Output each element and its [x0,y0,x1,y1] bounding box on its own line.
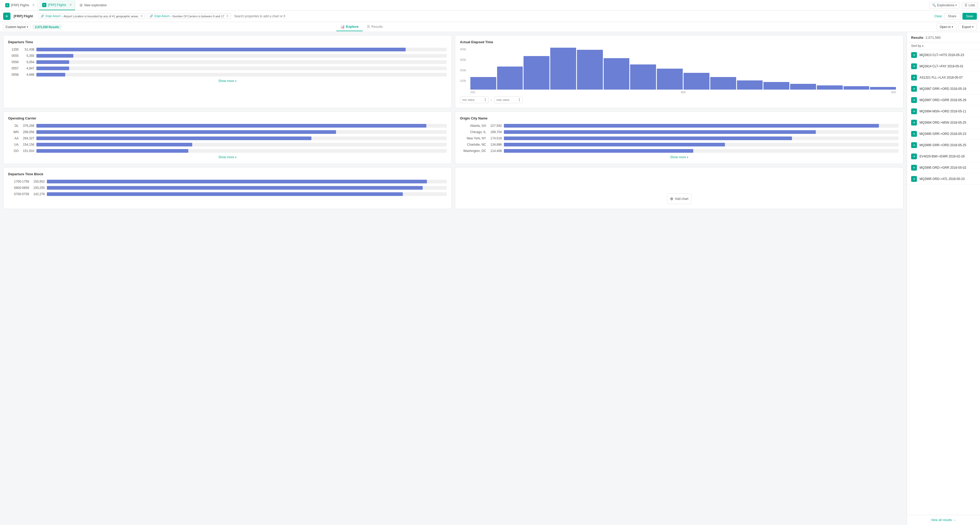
carrier-show-more[interactable]: Show more ▾ [8,155,447,159]
export-button[interactable]: Export ▾ [959,24,977,30]
bar-label: AA [8,137,19,140]
results-tab[interactable]: ☰ Results [363,22,387,31]
bar-fill [37,130,336,134]
histogram-bar [817,85,843,90]
layout-button[interactable]: Custom layout ▾ [3,24,30,30]
result-text: EV4029 BWI->EWR 2018-02-26 [920,154,964,158]
bar-value: 142,276 [31,192,45,196]
toolbar: Custom layout ▾ 2,071,560 Results 📊 Expl… [0,22,980,32]
bar-row: Charlotte, NC 134,896 [460,143,899,146]
result-item[interactable]: ✈ MQ3995 GRR->ORD 2018-05-25 [907,140,980,151]
tab-frp-flights-2[interactable]: ✈ [FRP] Flights ✕ [39,0,75,10]
y-axis-label: 200k [460,68,466,72]
min-range-input[interactable]: ▲ ▼ [460,96,489,103]
flights-icon-2: ✈ [42,3,46,7]
y-axis-label: 400k [460,48,466,51]
bar-row: Atlanta, GA 227,592 [460,124,899,127]
result-item[interactable]: ✈ MQ3995 ORD->GRR 2018-05-02 [907,162,980,173]
origin-city-card: Origin City Name Atlanta, GA 227,592 Chi… [455,111,904,164]
departure-show-more[interactable]: Show more ▾ [8,79,447,83]
tab-new-exploration[interactable]: ⊕ New exploration [76,3,110,8]
clear-button[interactable]: Clear [934,14,942,18]
bar-fill [37,48,406,51]
filter-pill-2[interactable]: 🔗 Origin Airport › Number Of Carriers is… [147,13,231,19]
bar-fill [504,130,816,134]
bar-value: 376,268 [21,124,34,127]
bar-value: 151,910 [21,149,34,153]
filter-pill-1[interactable]: 🔗 Origin Airport › Airport Location is b… [38,13,145,19]
min-spin-down[interactable]: ▼ [484,100,486,102]
result-item[interactable]: ✈ MQ3994 MSN->ORD 2018-05-11 [907,106,980,117]
filter-remove-2[interactable]: ✕ [226,14,229,18]
explore-tab[interactable]: 📊 Explore [336,22,363,31]
view-all-results[interactable]: View all results → [907,515,980,525]
actual-elapsed-time-card: Actual Elapsed Time 400k300k200k100k 200… [455,35,904,108]
origin-city-title: Origin City Name [460,116,899,120]
result-item[interactable]: ✈ MQ3913 CLT->HTS 2018-05-23 [907,49,980,61]
results-tab-label: Results [371,25,383,29]
bar-label: WN [8,130,19,134]
result-item[interactable]: ✈ MQ3914 CLT->FAY 2018-05-01 [907,61,980,72]
bar-label: Chicago, IL [460,130,486,134]
city-show-more[interactable]: Show more ▾ [460,155,899,159]
filter-remove-1[interactable]: ✕ [140,14,143,18]
results-panel-count: 2,071,560 [926,36,941,40]
tab-frp-flights-1[interactable]: ✈ [FRP] Flights ✕ [2,0,38,10]
filter-icon-1: 🔗 [41,14,44,18]
filter-source-2: Origin Airport [154,15,169,18]
max-range-input[interactable]: ▲ ▼ [494,96,523,103]
histogram-bar [710,77,736,90]
result-icon: ✈ [911,131,917,137]
explorations-button[interactable]: 🔍 Explorations ▾ [929,2,959,8]
tab-close-1[interactable]: ✕ [32,3,35,7]
tab-close-2[interactable]: ✕ [69,3,72,6]
bar-fill [37,124,426,127]
result-item[interactable]: ✈ MQ3994 ORD->MSN 2018-05-25 [907,117,980,128]
bar-value: 174,519 [488,137,502,140]
histogram-bar [870,87,896,90]
max-spin-down[interactable]: ▼ [518,100,520,102]
sort-by-control[interactable]: Sort by ▾ [907,43,980,49]
result-item[interactable]: ✈ EV4029 BWI->EWR 2018-02-26 [907,151,980,162]
bar-value: 51,438 [21,48,34,51]
filter-search-input[interactable] [233,14,932,18]
result-text: MQ3913 CLT->HTS 2018-05-23 [920,53,964,57]
histogram-bar [657,68,683,90]
result-item[interactable]: ✈ MQ3995 GRR->ORD 2018-05-23 [907,128,980,140]
result-item[interactable]: ✈ MQ3995 ORD->ATL 2018-05-23 [907,173,980,185]
result-item[interactable]: ✈ MQ3987 ORD->GRR 2018-05-29 [907,95,980,106]
filter-bar-actions: Share Save [944,13,977,20]
tab-label-new: New exploration [84,3,107,7]
min-value-field[interactable] [462,98,483,101]
x-axis-label: 600 [891,91,896,94]
bar-row: OO 151,910 [8,149,447,153]
bar-fill [37,143,192,146]
bar-value: 5,355 [21,54,34,57]
results-badge[interactable]: 2,071,560 Results [32,25,62,29]
result-item[interactable]: ✈ MQ3987 GRR->ORD 2018-05-19 [907,83,980,95]
bar-container [37,54,447,57]
result-icon: ✈ [911,108,917,114]
lists-button[interactable]: ☰ Lists [962,2,978,8]
list-icon: ☰ [964,3,967,7]
share-button[interactable]: Share [944,13,960,20]
bar-fill [47,186,423,190]
bar-row: 0556 5,054 [8,60,447,64]
result-icon: ✈ [911,64,917,69]
bar-value: 114,408 [488,149,502,153]
bar-row: WN 289,056 [8,130,447,134]
bar-container [47,180,447,183]
result-item[interactable]: ✈ AS1321 FLL->LAX 2018-05-07 [907,72,980,83]
result-text: AS1321 FLL->LAX 2018-05-07 [920,76,963,80]
add-chart-button[interactable]: ⊕ Add chart [667,193,691,204]
result-icon: ✈ [911,176,917,182]
bar-label: 0557 [8,67,19,70]
open-in-label: Open in [940,25,951,29]
explore-tab-label: Explore [346,25,358,29]
max-value-field[interactable] [496,98,517,101]
bar-container [47,186,447,190]
save-button[interactable]: Save [963,13,977,20]
bar-fill [47,192,403,196]
bar-label: Atlanta, GA [460,124,486,127]
open-in-button[interactable]: Open in ▾ [936,24,956,30]
